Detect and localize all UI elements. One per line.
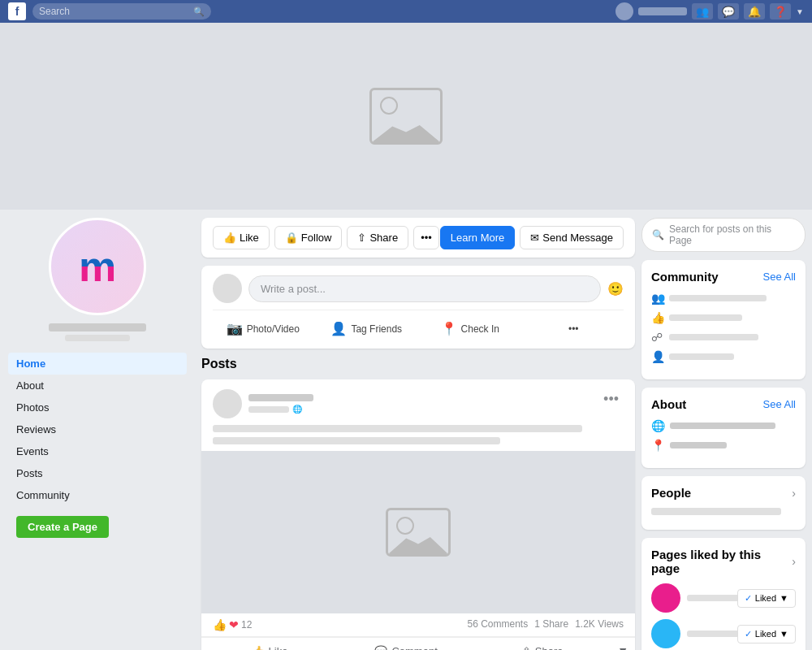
composer-input-box[interactable]: Write a post... xyxy=(248,275,601,302)
post-like-button[interactable]: 👍 Like xyxy=(201,638,338,650)
post-more-button[interactable]: ••• xyxy=(598,389,624,410)
sidebar-item-photos[interactable]: Photos xyxy=(8,396,187,418)
about-card: About See All 🌐 📍 xyxy=(641,388,806,468)
emoji-icon[interactable]: 🙂 xyxy=(607,281,624,297)
friends-icon[interactable]: 👥 xyxy=(692,3,713,20)
create-page-button[interactable]: Create a Page xyxy=(16,516,109,538)
send-message-button[interactable]: ✉ Send Message xyxy=(520,226,624,249)
post-stats-row: 👍 ❤ 12 56 Comments 1 Share 1.2K Views xyxy=(201,613,635,637)
page-name-placeholder xyxy=(49,323,146,332)
people-group-icon: 👥 xyxy=(651,292,664,305)
thumbs-up-icon: 👍 xyxy=(223,232,236,244)
right-sidebar: 🔍 Search for posts on this Page Communit… xyxy=(641,210,812,650)
post-card: 🌐 ••• xyxy=(201,379,635,650)
about-item-1: 🌐 xyxy=(651,419,796,432)
posts-section: Posts 🌐 xyxy=(201,357,635,650)
about-bar-1 xyxy=(670,422,775,429)
check-icon-2: ✓ xyxy=(745,629,752,639)
main-content-area: m Home About Photos Reviews Events Posts… xyxy=(0,210,812,650)
learn-more-button[interactable]: Learn More xyxy=(440,226,515,249)
check-in-button[interactable]: 📍 Check In xyxy=(420,317,520,340)
liked-button-1[interactable]: ✓ Liked ▼ xyxy=(737,589,796,608)
post-image-placeholder xyxy=(386,508,451,557)
community-card: Community See All 👥 👍 ☍ 👤 xyxy=(641,260,806,379)
like-page-button[interactable]: 👍 Like xyxy=(213,226,270,249)
liked-dropdown-2: ▼ xyxy=(780,629,788,639)
page-tagline-placeholder xyxy=(65,335,130,341)
community-see-all[interactable]: See All xyxy=(763,271,796,283)
cover-image-icon xyxy=(369,88,443,145)
page-info-2 xyxy=(687,630,731,637)
share-btn-icon: ⇧ xyxy=(522,645,531,651)
nav-search-input[interactable] xyxy=(39,6,190,17)
post-comment-button[interactable]: 💬 Comment xyxy=(338,638,474,650)
help-icon[interactable]: ❓ xyxy=(770,3,791,20)
like-btn-icon: 👍 xyxy=(252,645,265,651)
about-see-all[interactable]: See All xyxy=(763,398,796,410)
sidebar-item-reviews[interactable]: Reviews xyxy=(8,418,187,440)
top-navigation: f 🔍 👥 💬 🔔 ❓ ▼ xyxy=(0,0,812,23)
share-button[interactable]: ⇧ Share xyxy=(347,226,408,249)
cover-photo-placeholder xyxy=(369,88,443,145)
community-item-4: 👤 xyxy=(651,350,796,363)
nav-username-bar xyxy=(638,7,687,15)
about-bar-2 xyxy=(670,442,727,448)
nav-user-avatar xyxy=(615,2,633,20)
follow-button[interactable]: 🔒 Follow xyxy=(274,226,343,249)
page-circle-1 xyxy=(651,583,680,613)
check-icon-1: ✓ xyxy=(745,593,752,604)
post-share-dropdown[interactable]: ▼ xyxy=(611,638,635,650)
action-bar-right: Learn More ✉ Send Message xyxy=(440,226,624,249)
post-time-wrap: 🌐 xyxy=(248,405,313,414)
liked-dropdown-1: ▼ xyxy=(780,593,788,603)
liked-button-2[interactable]: ✓ Liked ▼ xyxy=(737,625,796,644)
photo-video-button[interactable]: 📷 Photo/Video xyxy=(213,317,313,340)
ellipsis-icon: ••• xyxy=(568,323,579,335)
location-about-icon: 📍 xyxy=(651,439,665,452)
sidebar-item-home[interactable]: Home xyxy=(8,353,187,375)
mountain-decoration xyxy=(388,531,448,554)
pages-liked-card: Pages liked by this page › ✓ Liked ▼ xyxy=(641,538,806,650)
community-item-3: ☍ xyxy=(651,331,796,344)
image-placeholder-icon xyxy=(386,508,451,557)
messages-icon[interactable]: 💬 xyxy=(718,3,739,20)
nav-search-bar[interactable]: 🔍 xyxy=(32,3,211,20)
more-composer-button[interactable]: ••• xyxy=(524,317,624,340)
share-icon: ⇧ xyxy=(357,232,366,244)
more-options-button[interactable]: ••• xyxy=(413,226,439,249)
notifications-icon[interactable]: 🔔 xyxy=(744,3,765,20)
like-reaction-icon: 👍 xyxy=(213,618,227,631)
post-text-line-1 xyxy=(213,425,582,432)
composer-actions-row: 📷 Photo/Video 👤 Tag Friends 📍 Check In •… xyxy=(213,310,624,340)
people-chevron-icon[interactable]: › xyxy=(792,487,796,500)
pages-liked-chevron-icon[interactable]: › xyxy=(792,555,796,568)
about-item-2: 📍 xyxy=(651,439,796,452)
page-search-bar[interactable]: 🔍 Search for posts on this Page xyxy=(641,218,806,252)
globe-icon: 🌐 xyxy=(292,405,302,414)
community-bar-3 xyxy=(669,334,758,340)
sidebar-item-about[interactable]: About xyxy=(8,375,187,396)
pages-liked-item-2: ✓ Liked ▼ xyxy=(651,619,796,648)
post-share-button[interactable]: ⇧ Share xyxy=(474,638,611,650)
tag-friends-button[interactable]: 👤 Tag Friends xyxy=(317,317,417,340)
sidebar-item-posts[interactable]: Posts xyxy=(8,462,187,484)
tag-icon: 👤 xyxy=(330,321,347,336)
posts-section-header: Posts xyxy=(201,357,635,371)
nav-dropdown-icon[interactable]: ▼ xyxy=(796,7,804,16)
community-bar-1 xyxy=(669,295,767,301)
center-content: 👍 Like 🔒 Follow ⇧ Share ••• Learn More xyxy=(195,210,641,650)
left-sidebar: m Home About Photos Reviews Events Posts… xyxy=(0,210,195,650)
search-icon-right: 🔍 xyxy=(652,229,664,240)
sidebar-item-events[interactable]: Events xyxy=(8,440,187,462)
sidebar-item-community[interactable]: Community xyxy=(8,484,187,506)
page-info-1 xyxy=(687,595,731,601)
follow-icon: 🔒 xyxy=(285,232,298,244)
globe-about-icon: 🌐 xyxy=(651,419,665,432)
love-reaction-icon: ❤ xyxy=(229,618,239,631)
pages-liked-title: Pages liked by this page xyxy=(651,548,792,575)
comment-btn-icon: 💬 xyxy=(374,645,387,651)
community-bar-2 xyxy=(669,314,742,321)
page-circle-2 xyxy=(651,619,680,648)
sidebar-navigation: Home About Photos Reviews Events Posts C… xyxy=(8,353,187,506)
people-bar xyxy=(651,508,781,515)
